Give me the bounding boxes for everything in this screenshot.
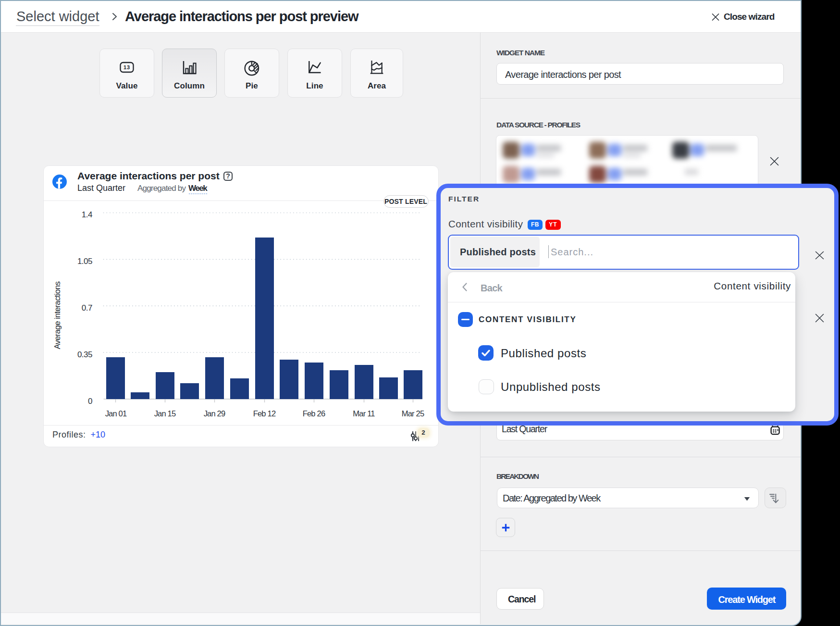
- svg-text:Jan 01: Jan 01: [105, 409, 127, 418]
- svg-text:0: 0: [88, 397, 92, 406]
- svg-text:Jan 15: Jan 15: [154, 409, 176, 418]
- svg-text:Jan 29: Jan 29: [204, 409, 225, 418]
- svg-text:0.7: 0.7: [82, 303, 92, 313]
- svg-text:Feb 12: Feb 12: [253, 409, 276, 418]
- svg-text:Average interactions: Average interactions: [53, 281, 62, 349]
- svg-text:1.05: 1.05: [77, 257, 92, 266]
- svg-text:13: 13: [124, 64, 130, 70]
- svg-text:0.35: 0.35: [77, 350, 92, 359]
- svg-text:Feb 26: Feb 26: [303, 409, 325, 418]
- svg-text:Mar 25: Mar 25: [402, 409, 424, 418]
- svg-text:1.4: 1.4: [82, 210, 92, 219]
- svg-text:Mar 11: Mar 11: [353, 409, 375, 418]
